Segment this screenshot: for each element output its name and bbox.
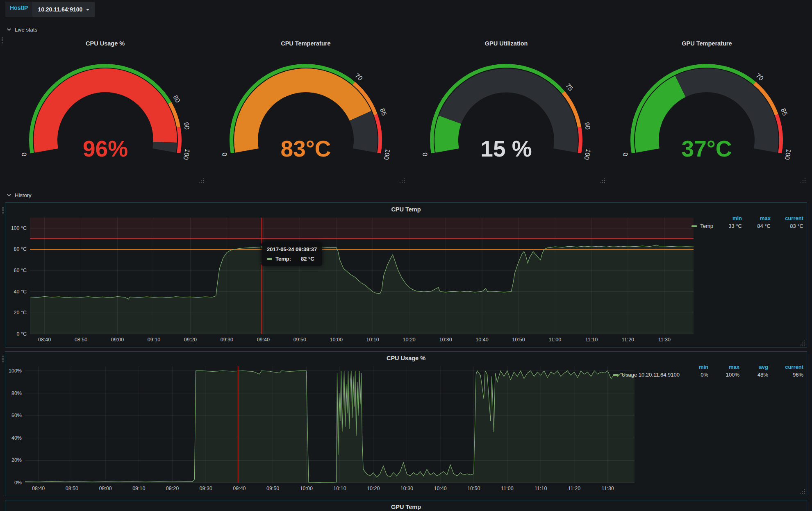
legend-max-value: 84 °C	[742, 223, 771, 229]
gauge-tick-label: 0	[221, 152, 228, 157]
gauge-row: CPU Usage % 0809010096% CPU Temperature …	[0, 35, 812, 185]
legend-min-value: 33 °C	[713, 223, 742, 229]
row-drag-handle[interactable]	[2, 207, 4, 213]
series-color-dash-icon	[613, 374, 619, 376]
x-axis-label: 11:20	[622, 337, 634, 343]
tooltip-value: 82 °C	[301, 256, 314, 262]
y-axis-label: 80%	[11, 391, 22, 396]
gauge-svg: 0708510037°C	[608, 47, 805, 182]
panel-resize-grip[interactable]	[199, 178, 204, 184]
gauge-tick-label: 0	[421, 152, 429, 157]
gauge-svg: 0809010096%	[7, 47, 204, 182]
gauge-tick-label: 85	[379, 107, 388, 117]
x-axis-label: 09:20	[166, 486, 179, 491]
panel-cpu-usage-chart: CPU Usage % 0%20%40%60%80%100%08:4008:50…	[5, 351, 807, 496]
x-axis-label: 09:50	[266, 486, 279, 491]
x-axis-label: 11:00	[549, 337, 561, 343]
gauge-svg: 0759010015 %	[408, 47, 605, 182]
panel-resize-grip[interactable]	[800, 489, 805, 495]
y-axis-label: 60 °C	[14, 268, 27, 273]
tooltip-series-name: Temp:	[275, 256, 291, 262]
series-color-dash-icon	[691, 225, 697, 227]
x-axis-label: 09:10	[132, 486, 145, 491]
legend-header-current: current	[771, 215, 803, 221]
gauge-tick-label: 100	[182, 148, 191, 160]
x-axis-label: 09:40	[257, 337, 270, 343]
gpu-utilization-gauge: 0759010015 %	[406, 47, 607, 184]
gauge-tick-label: 85	[780, 107, 789, 117]
panel-title[interactable]: CPU Temp	[5, 206, 807, 213]
x-axis-label: 08:50	[75, 337, 87, 343]
chevron-down-icon	[7, 27, 11, 32]
y-axis-label: 100%	[9, 368, 22, 374]
legend-header-max: max	[742, 215, 771, 221]
cpu-temperature-gauge: 0708510083°C	[205, 47, 406, 184]
cpu-temp-chart[interactable]: 0 °C20 °C40 °C60 °C80 °C100 °C08:4008:50…	[9, 214, 695, 345]
x-axis-label: 10:40	[475, 337, 488, 343]
row-title: Live stats	[15, 27, 37, 33]
legend-series-toggle[interactable]: Temp	[691, 223, 713, 229]
gauge-value: 15 %	[480, 136, 532, 161]
row-drag-handle[interactable]	[2, 356, 4, 362]
x-axis-label: 08:50	[66, 486, 78, 491]
row-header-history[interactable]: History	[7, 191, 812, 199]
gauge-tick-label: 100	[583, 148, 592, 160]
panel-title[interactable]: GPU Temp	[5, 504, 807, 510]
template-variable-current-value: 10.20.11.64:9100	[38, 6, 82, 13]
x-axis-label: 10:50	[467, 486, 480, 491]
x-axis-label: 11:10	[535, 486, 547, 491]
panel-gpu-temp-chart: GPU Temp	[5, 500, 807, 511]
y-axis-label: 100 °C	[11, 225, 27, 231]
legend-avg-value: 48%	[739, 372, 768, 378]
y-axis-label: 20%	[11, 457, 22, 463]
panel-title[interactable]: GPU Temperature	[607, 40, 807, 47]
x-axis-label: 10:10	[366, 337, 379, 343]
panel-title[interactable]: GPU Utilization	[406, 40, 607, 47]
cpu-usage-chart[interactable]: 0%20%40%60%80%100%08:4008:5009:0009:1009…	[9, 363, 636, 493]
gauge-svg: 0708510083°C	[207, 47, 404, 182]
cpu-usage-gauge: 0809010096%	[5, 47, 205, 184]
x-axis-label: 09:40	[233, 486, 246, 491]
gauge-value: 83°C	[280, 136, 331, 161]
gauge-tick-label: 0	[622, 152, 629, 157]
panel-title[interactable]: CPU Usage %	[5, 355, 807, 361]
panel-cpu-temp-chart: CPU Temp 0 °C20 °C40 °C60 °C80 °C100 °C0…	[5, 202, 807, 347]
legend-current-value: 96%	[768, 372, 803, 378]
panel-title[interactable]: CPU Temperature	[205, 40, 406, 47]
x-axis-label: 10:00	[300, 486, 313, 491]
chart-svg: 0 °C20 °C40 °C60 °C80 °C100 °C08:4008:50…	[9, 214, 695, 345]
x-axis-label: 08:40	[38, 337, 51, 343]
template-variable-hostip[interactable]: HostIP 10.20.11.64:9100	[5, 2, 95, 17]
x-axis-label: 09:30	[221, 337, 233, 343]
gauge-tick-label: 0	[20, 152, 27, 157]
panel-resize-grip[interactable]	[400, 178, 405, 184]
x-axis-label: 10:40	[434, 486, 446, 491]
legend-header-min: min	[713, 215, 742, 221]
legend-header-current: current	[768, 364, 803, 370]
navbar: HostIP 10.20.11.64:9100	[0, 0, 812, 17]
x-axis-label: 09:10	[148, 337, 160, 343]
row-header-live-stats[interactable]: Live stats	[7, 26, 812, 33]
panel-resize-grip[interactable]	[801, 178, 806, 184]
series-fill	[25, 371, 635, 483]
legend-series-toggle[interactable]: Usage 10.20.11.64:9100	[613, 372, 680, 378]
gpu-temperature-gauge: 0708510037°C	[607, 47, 807, 184]
x-axis-label: 11:10	[585, 337, 598, 343]
gauge-tick-label: 75	[564, 82, 575, 92]
gauge-value: 96%	[83, 136, 128, 161]
gauge-tick-label: 80	[172, 94, 182, 104]
y-axis-label: 20 °C	[14, 310, 27, 316]
panel-gpu-utilization-gauge: GPU Utilization 0759010015 %	[406, 35, 607, 185]
x-axis-label: 10:30	[439, 337, 452, 343]
chevron-down-icon	[7, 193, 11, 198]
panel-resize-grip[interactable]	[800, 341, 805, 346]
panel-resize-grip[interactable]	[600, 178, 605, 184]
x-axis-label: 10:20	[367, 486, 380, 491]
panel-title[interactable]: CPU Usage %	[5, 40, 205, 47]
x-axis-label: 09:50	[293, 337, 306, 343]
y-axis-label: 60%	[11, 413, 22, 418]
x-axis-label: 09:20	[184, 337, 197, 343]
legend-header-min: min	[680, 364, 708, 370]
series-color-dash-icon	[267, 258, 272, 260]
template-variable-value-dropdown[interactable]: 10.20.11.64:9100	[32, 2, 95, 17]
